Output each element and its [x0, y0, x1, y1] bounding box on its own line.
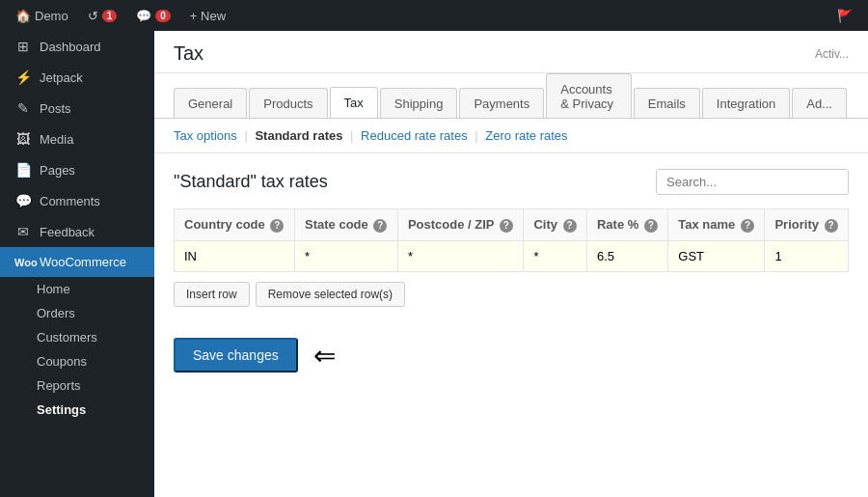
admin-bar-new[interactable]: + New	[182, 0, 233, 31]
table-header-row: Country code ? State code ? Postcode / Z…	[175, 209, 849, 241]
content-inner: Tax Activ... General Products Tax Shippi…	[154, 31, 868, 497]
comments-sidebar-icon: 💬	[14, 193, 32, 208]
sidebar-label-dashboard: Dashboard	[40, 40, 101, 54]
sidebar-label-jetpack: Jetpack	[40, 70, 83, 85]
pages-icon: 📄	[14, 162, 32, 178]
media-icon: 🖼	[14, 131, 32, 147]
sidebar-label-posts: Posts	[40, 101, 71, 116]
page-title: Tax	[174, 42, 203, 65]
table-row: IN***6.5GST1	[175, 241, 849, 272]
tab-emails[interactable]: Emails	[634, 88, 700, 119]
col-country-code: Country code ?	[175, 209, 295, 241]
arrow-icon: ⇐	[313, 340, 336, 372]
help-icon-city[interactable]: ?	[563, 219, 577, 233]
sidebar-item-dashboard[interactable]: ⊞ Dashboard	[0, 31, 154, 62]
posts-icon: ✎	[14, 100, 32, 116]
col-tax-name: Tax name ?	[668, 209, 765, 241]
tab-shipping[interactable]: Shipping	[380, 88, 458, 119]
sidebar-item-woocommerce[interactable]: Woo WooCommerce	[0, 247, 154, 277]
help-icon-country[interactable]: ?	[270, 219, 284, 233]
content-area: Tax Activ... General Products Tax Shippi…	[154, 31, 868, 497]
admin-bar-demo-label: Demo	[35, 9, 68, 23]
subnav-tax-options[interactable]: Tax options	[174, 128, 237, 143]
cell-tax_name[interactable]: GST	[668, 241, 765, 272]
cell-priority[interactable]: 1	[765, 241, 849, 272]
sidebar-sub-orders[interactable]: Orders	[0, 301, 154, 325]
sidebar-sub-settings[interactable]: Settings	[0, 398, 154, 422]
tab-integration[interactable]: Integration	[702, 88, 790, 119]
col-city: City ?	[524, 209, 586, 241]
subnav-zero-rates[interactable]: Zero rate rates	[485, 128, 567, 143]
sidebar-label-media: Media	[40, 132, 73, 147]
tab-payments[interactable]: Payments	[459, 88, 544, 119]
admin-bar-comments[interactable]: 💬 0	[128, 0, 178, 31]
sidebar-label-pages: Pages	[40, 163, 75, 178]
tab-accounts[interactable]: Accounts & Privacy	[546, 73, 632, 119]
cell-rate[interactable]: 6.5	[586, 241, 667, 272]
flag-icon: 🚩	[837, 9, 853, 23]
main-layout: ⊞ Dashboard ⚡ Jetpack ✎ Posts 🖼 Media 📄 …	[0, 31, 868, 497]
sidebar-label-woocommerce: WooCommerce	[40, 255, 126, 269]
home-icon: 🏠	[15, 9, 31, 23]
section-content: "Standard" tax rates Country code ? Stat…	[154, 153, 868, 322]
admin-bar: 🏠 Demo ↺ 1 💬 0 + New 🚩	[0, 0, 868, 31]
col-priority: Priority ?	[765, 209, 849, 241]
sidebar-item-posts[interactable]: ✎ Posts	[0, 93, 154, 124]
sidebar: ⊞ Dashboard ⚡ Jetpack ✎ Posts 🖼 Media 📄 …	[0, 31, 154, 497]
insert-row-button[interactable]: Insert row	[174, 282, 250, 307]
woocommerce-icon: Woo	[14, 257, 32, 268]
col-postcode: Postcode / ZIP ?	[397, 209, 524, 241]
help-icon-rate[interactable]: ?	[644, 219, 658, 233]
sidebar-sub-coupons[interactable]: Coupons	[0, 349, 154, 373]
tab-general[interactable]: General	[174, 88, 247, 119]
sidebar-label-comments: Comments	[40, 194, 100, 208]
comments-icon: 💬	[136, 9, 151, 23]
tab-tax[interactable]: Tax	[330, 87, 378, 119]
sidebar-sub-home[interactable]: Home	[0, 277, 154, 301]
tabs-bar: General Products Tax Shipping Payments A…	[154, 73, 868, 119]
admin-bar-flag[interactable]: 🚩	[829, 9, 860, 23]
search-input[interactable]	[656, 169, 849, 195]
help-icon-postcode[interactable]: ?	[500, 219, 513, 233]
tab-advanced[interactable]: Ad...	[792, 88, 847, 119]
tab-products[interactable]: Products	[249, 88, 327, 119]
sidebar-item-pages[interactable]: 📄 Pages	[0, 154, 154, 185]
help-icon-state[interactable]: ?	[373, 219, 387, 233]
help-icon-taxname[interactable]: ?	[741, 219, 754, 233]
sidebar-sub-customers[interactable]: Customers	[0, 325, 154, 349]
updates-badge: 1	[102, 10, 118, 22]
cell-country_code[interactable]: IN	[175, 241, 295, 272]
cell-state_code[interactable]: *	[295, 241, 398, 272]
col-state-code: State code ?	[295, 209, 398, 241]
section-heading: "Standard" tax rates	[174, 169, 849, 195]
tax-table: Country code ? State code ? Postcode / Z…	[174, 208, 849, 272]
save-changes-button[interactable]: Save changes	[174, 338, 298, 373]
sidebar-item-comments[interactable]: 💬 Comments	[0, 185, 154, 216]
admin-bar-home[interactable]: 🏠 Demo	[8, 0, 76, 31]
cell-city[interactable]: *	[524, 241, 586, 272]
comments-badge: 0	[155, 10, 171, 22]
sidebar-item-feedback[interactable]: ✉ Feedback	[0, 216, 154, 247]
help-icon-priority[interactable]: ?	[825, 219, 838, 233]
sidebar-sub-reports[interactable]: Reports	[0, 373, 154, 398]
col-rate: Rate % ?	[586, 209, 667, 241]
dashboard-icon: ⊞	[14, 39, 32, 54]
cell-postcode[interactable]: *	[397, 241, 524, 272]
sidebar-item-jetpack[interactable]: ⚡ Jetpack	[0, 62, 154, 93]
feedback-icon: ✉	[14, 224, 32, 239]
save-section: Save changes ⇐	[154, 322, 868, 388]
section-title: "Standard" tax rates	[174, 172, 328, 192]
admin-bar-updates[interactable]: ↺ 1	[80, 0, 125, 31]
sidebar-label-feedback: Feedback	[40, 225, 95, 239]
admin-bar-right: 🚩	[829, 9, 860, 23]
subnav-reduced-rates[interactable]: Reduced rate rates	[361, 128, 468, 143]
remove-row-button[interactable]: Remove selected row(s)	[256, 282, 405, 307]
subnav-standard-rates[interactable]: Standard rates	[255, 128, 342, 143]
updates-icon: ↺	[88, 9, 98, 23]
sub-nav: Tax options | Standard rates | Reduced r…	[154, 119, 868, 153]
table-actions: Insert row Remove selected row(s)	[174, 282, 849, 307]
new-label: + New	[190, 9, 226, 23]
sidebar-item-media[interactable]: 🖼 Media	[0, 124, 154, 154]
active-badge: Activ...	[815, 47, 849, 61]
page-header: Tax Activ...	[154, 31, 868, 73]
